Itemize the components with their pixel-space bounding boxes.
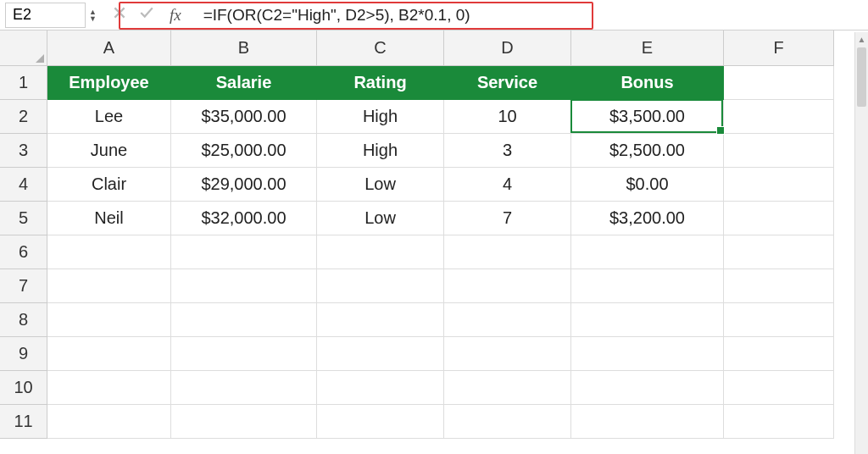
cell-E6[interactable]	[571, 235, 724, 269]
row-header-11[interactable]: 11	[0, 405, 47, 439]
grid-area: ABCDEF EmployeeSalarieRatingServiceBonus…	[47, 30, 834, 439]
scrollbar-thumb[interactable]	[857, 47, 866, 107]
cell-B5[interactable]: $32,000.00	[171, 202, 317, 235]
column-header-E[interactable]: E	[571, 30, 724, 66]
row-header-1[interactable]: 1	[0, 66, 47, 100]
cell-F1[interactable]	[724, 66, 834, 100]
formula-bar: E2 ▲ ▼ fx =IF(OR(C2="High", D2>5), B2*0.…	[0, 0, 868, 30]
spreadsheet: 1234567891011 ABCDEF EmployeeSalarieRati…	[0, 30, 868, 439]
row-header-6[interactable]: 6	[0, 235, 47, 269]
cancel-icon[interactable]	[112, 5, 127, 25]
row-header-10[interactable]: 10	[0, 371, 47, 405]
cell-E11[interactable]	[571, 405, 724, 439]
cell-F8[interactable]	[724, 303, 834, 337]
row-header-8[interactable]: 8	[0, 303, 47, 337]
row-header-9[interactable]: 9	[0, 337, 47, 371]
row-header-2[interactable]: 2	[0, 100, 47, 134]
vertical-scrollbar[interactable]: ▲	[854, 32, 868, 454]
row-header-5[interactable]: 5	[0, 202, 47, 235]
cell-A11[interactable]	[47, 405, 171, 439]
cell-B2[interactable]: $35,000.00	[171, 100, 317, 134]
scroll-up-icon[interactable]: ▲	[855, 32, 868, 46]
cell-E4[interactable]: $0.00	[571, 168, 724, 202]
stepper-down-icon[interactable]: ▼	[89, 15, 97, 22]
select-all-corner[interactable]	[0, 30, 47, 66]
cell-C8[interactable]	[317, 303, 444, 337]
cell-D11[interactable]	[444, 405, 571, 439]
cell-A1[interactable]: Employee	[47, 66, 171, 100]
confirm-icon[interactable]	[139, 5, 154, 25]
cell-C1[interactable]: Rating	[317, 66, 444, 100]
cell-A3[interactable]: June	[47, 134, 171, 168]
cell-D2[interactable]: 10	[444, 100, 571, 134]
cell-A2[interactable]: Lee	[47, 100, 171, 134]
cell-B10[interactable]	[171, 371, 317, 405]
cell-C7[interactable]	[317, 269, 444, 303]
cell-E8[interactable]	[571, 303, 724, 337]
cell-A10[interactable]	[47, 371, 171, 405]
cell-C2[interactable]: High	[317, 100, 444, 134]
cell-E5[interactable]: $3,200.00	[571, 202, 724, 235]
cell-A7[interactable]	[47, 269, 171, 303]
cell-E7[interactable]	[571, 269, 724, 303]
cell-F4[interactable]	[724, 168, 834, 202]
cell-D6[interactable]	[444, 235, 571, 269]
cell-C11[interactable]	[317, 405, 444, 439]
cell-E9[interactable]	[571, 337, 724, 371]
cell-C5[interactable]: Low	[317, 202, 444, 235]
cell-C9[interactable]	[317, 337, 444, 371]
cell-A9[interactable]	[47, 337, 171, 371]
cell-A6[interactable]	[47, 235, 171, 269]
cell-B11[interactable]	[171, 405, 317, 439]
cell-F9[interactable]	[724, 337, 834, 371]
column-header-D[interactable]: D	[444, 30, 571, 66]
cell-F3[interactable]	[724, 134, 834, 168]
cell-A4[interactable]: Clair	[47, 168, 171, 202]
cell-C6[interactable]	[317, 235, 444, 269]
cell-F5[interactable]	[724, 202, 834, 235]
name-box-stepper[interactable]: ▲ ▼	[89, 8, 97, 22]
formula-input[interactable]: =IF(OR(C2="High", D2>5), B2*0.1, 0)	[200, 4, 863, 26]
formula-bar-actions: fx	[103, 5, 200, 25]
row-header-7[interactable]: 7	[0, 269, 47, 303]
column-header-B[interactable]: B	[171, 30, 317, 66]
cell-A5[interactable]: Neil	[47, 202, 171, 235]
cells-grid[interactable]: EmployeeSalarieRatingServiceBonusLee$35,…	[47, 66, 834, 439]
cell-B9[interactable]	[171, 337, 317, 371]
cell-E10[interactable]	[571, 371, 724, 405]
cell-D4[interactable]: 4	[444, 168, 571, 202]
cell-D7[interactable]	[444, 269, 571, 303]
fx-icon[interactable]: fx	[170, 6, 181, 25]
cell-E2[interactable]: $3,500.00	[571, 100, 724, 134]
cell-C10[interactable]	[317, 371, 444, 405]
cell-F2[interactable]	[724, 100, 834, 134]
cell-B7[interactable]	[171, 269, 317, 303]
cell-B4[interactable]: $29,000.00	[171, 168, 317, 202]
row-header-4[interactable]: 4	[0, 168, 47, 202]
cell-E1[interactable]: Bonus	[571, 66, 724, 100]
cell-F11[interactable]	[724, 405, 834, 439]
cell-B6[interactable]	[171, 235, 317, 269]
cell-D3[interactable]: 3	[444, 134, 571, 168]
cell-F7[interactable]	[724, 269, 834, 303]
row-gutter: 1234567891011	[0, 30, 47, 439]
cell-E3[interactable]: $2,500.00	[571, 134, 724, 168]
cell-C4[interactable]: Low	[317, 168, 444, 202]
cell-F10[interactable]	[724, 371, 834, 405]
cell-B3[interactable]: $25,000.00	[171, 134, 317, 168]
cell-D10[interactable]	[444, 371, 571, 405]
cell-D8[interactable]	[444, 303, 571, 337]
row-header-3[interactable]: 3	[0, 134, 47, 168]
column-header-C[interactable]: C	[317, 30, 444, 66]
cell-B1[interactable]: Salarie	[171, 66, 317, 100]
cell-D5[interactable]: 7	[444, 202, 571, 235]
column-header-F[interactable]: F	[724, 30, 834, 66]
cell-C3[interactable]: High	[317, 134, 444, 168]
cell-B8[interactable]	[171, 303, 317, 337]
cell-A8[interactable]	[47, 303, 171, 337]
name-box[interactable]: E2	[5, 3, 86, 28]
column-header-A[interactable]: A	[47, 30, 171, 66]
cell-D9[interactable]	[444, 337, 571, 371]
cell-F6[interactable]	[724, 235, 834, 269]
cell-D1[interactable]: Service	[444, 66, 571, 100]
